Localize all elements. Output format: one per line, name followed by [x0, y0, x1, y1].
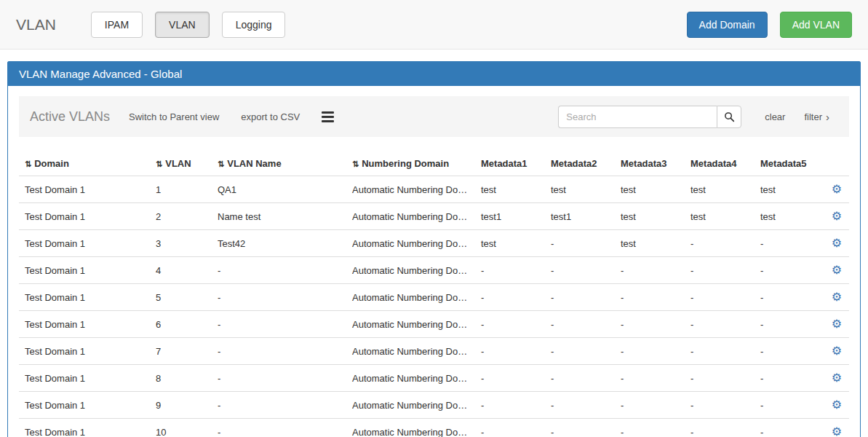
column-label: Numbering Domain: [362, 158, 449, 169]
filter-label: filter: [804, 111, 822, 122]
cell-metadata2: -: [545, 419, 615, 437]
column-header-domain[interactable]: ⇅Domain: [19, 151, 150, 176]
cell-domain: Test Domain 1: [19, 230, 150, 257]
tab-ipam[interactable]: IPAM: [91, 12, 143, 38]
gear-icon[interactable]: ⚙: [832, 183, 842, 195]
cell-metadata3: -: [615, 338, 685, 365]
cell-domain: Test Domain 1: [19, 311, 150, 338]
cell-metadata3: -: [615, 365, 685, 392]
cell-actions: ⚙: [824, 311, 849, 338]
table-row: Test Domain 17-Automatic Numbering Doma……: [19, 338, 849, 365]
cell-vlan_name: -: [212, 419, 346, 437]
gear-icon[interactable]: ⚙: [832, 210, 842, 222]
table-row: Test Domain 12Name testAutomatic Numberi…: [19, 203, 849, 230]
page-title: VLAN: [16, 16, 56, 34]
cell-numbering_domain: Automatic Numbering Doma…: [346, 419, 475, 437]
column-label: Metadata1: [481, 158, 527, 169]
export-csv-link[interactable]: export to CSV: [241, 111, 300, 122]
cell-actions: ⚙: [824, 203, 849, 230]
cell-vlan_name: Test42: [212, 230, 346, 257]
cell-domain: Test Domain 1: [19, 392, 150, 419]
sort-arrows-icon: ⇅: [218, 160, 224, 168]
gear-icon[interactable]: ⚙: [832, 398, 842, 411]
column-header-metadata2: Metadata2: [545, 151, 615, 176]
cell-domain: Test Domain 1: [19, 257, 150, 284]
cell-vlan_name: -: [212, 392, 346, 419]
column-header-numbering_domain[interactable]: ⇅Numbering Domain: [346, 151, 475, 176]
cell-metadata5: test: [754, 176, 824, 203]
column-label: Metadata4: [690, 158, 737, 169]
column-header-metadata5: Metadata5: [754, 151, 824, 176]
chevron-right-icon: ›: [826, 111, 829, 122]
sort-arrows-icon: ⇅: [25, 160, 31, 168]
column-header-vlan[interactable]: ⇅VLAN: [150, 151, 212, 176]
cell-vlan: 10: [150, 419, 212, 437]
cell-metadata1: -: [475, 419, 545, 437]
cell-numbering_domain: Automatic Numbering Doma…: [346, 230, 475, 257]
cell-metadata1: test: [475, 230, 545, 257]
gear-icon[interactable]: ⚙: [832, 318, 842, 330]
gear-icon[interactable]: ⚙: [832, 371, 842, 384]
cell-metadata4: -: [685, 419, 754, 437]
cell-metadata1: test: [475, 176, 545, 203]
cell-metadata5: test: [754, 203, 824, 230]
cell-actions: ⚙: [824, 176, 849, 203]
column-header-metadata4: Metadata4: [685, 151, 754, 176]
gear-icon[interactable]: ⚙: [832, 264, 842, 276]
table-row: Test Domain 16-Automatic Numbering Doma……: [19, 311, 849, 338]
vlan-manage-panel: VLAN Manage Advanced - Global Active VLA…: [7, 61, 861, 437]
add-domain-button[interactable]: Add Domain: [687, 12, 768, 38]
cell-vlan: 7: [150, 338, 212, 365]
cell-metadata5: -: [754, 338, 824, 365]
cell-metadata2: -: [545, 257, 615, 284]
cell-metadata2: -: [545, 230, 615, 257]
gear-icon[interactable]: ⚙: [832, 291, 842, 303]
cell-metadata4: -: [685, 392, 754, 419]
cell-metadata4: -: [685, 284, 754, 311]
search-button[interactable]: [717, 106, 741, 128]
cell-numbering_domain: Automatic Numbering Doma…: [346, 392, 475, 419]
magnifier-icon: [724, 111, 735, 122]
cell-metadata2: -: [545, 311, 615, 338]
table-toolbar: Active VLANs Switch to Parent view expor…: [19, 96, 849, 137]
gear-icon[interactable]: ⚙: [832, 345, 842, 357]
cell-metadata1: -: [475, 311, 545, 338]
table-row: Test Domain 18-Automatic Numbering Doma……: [19, 365, 849, 392]
switch-parent-view-link[interactable]: Switch to Parent view: [129, 111, 219, 122]
column-label: VLAN Name: [227, 158, 281, 169]
cell-actions: ⚙: [824, 230, 849, 257]
cell-metadata1: -: [475, 392, 545, 419]
search-input[interactable]: [558, 106, 717, 128]
cell-metadata3: -: [615, 419, 685, 437]
vlan-table: ⇅Domain⇅VLAN⇅VLAN Name⇅Numbering DomainM…: [19, 151, 849, 437]
cell-numbering_domain: Automatic Numbering Doma…: [346, 338, 475, 365]
panel-body: Active VLANs Switch to Parent view expor…: [8, 86, 860, 437]
cell-metadata2: -: [545, 284, 615, 311]
gear-icon[interactable]: ⚙: [832, 425, 842, 437]
clear-link[interactable]: clear: [765, 111, 785, 122]
cell-metadata1: -: [475, 257, 545, 284]
cell-vlan_name: QA1: [212, 176, 346, 203]
column-header-metadata1: Metadata1: [475, 151, 545, 176]
panel-header: VLAN Manage Advanced - Global: [8, 62, 860, 86]
cell-numbering_domain: Automatic Numbering Doma…: [346, 257, 475, 284]
cell-vlan: 4: [150, 257, 212, 284]
filter-link[interactable]: filter ›: [804, 111, 829, 122]
cell-vlan: 8: [150, 365, 212, 392]
tab-vlan[interactable]: VLAN: [155, 12, 210, 38]
add-vlan-button[interactable]: Add VLAN: [780, 12, 852, 38]
cell-metadata5: -: [754, 257, 824, 284]
tab-logging[interactable]: Logging: [222, 12, 286, 38]
cell-domain: Test Domain 1: [19, 284, 150, 311]
column-label: Metadata5: [760, 158, 807, 169]
cell-metadata3: test: [615, 176, 685, 203]
column-header-vlan_name[interactable]: ⇅VLAN Name: [212, 151, 346, 176]
cell-metadata5: -: [754, 230, 824, 257]
cell-metadata3: -: [615, 311, 685, 338]
menu-icon[interactable]: [322, 111, 334, 122]
gear-icon[interactable]: ⚙: [832, 237, 842, 249]
sort-arrows-icon: ⇅: [352, 160, 359, 168]
search-group: [558, 106, 741, 128]
cell-metadata2: -: [545, 392, 615, 419]
cell-vlan_name: -: [212, 257, 346, 284]
